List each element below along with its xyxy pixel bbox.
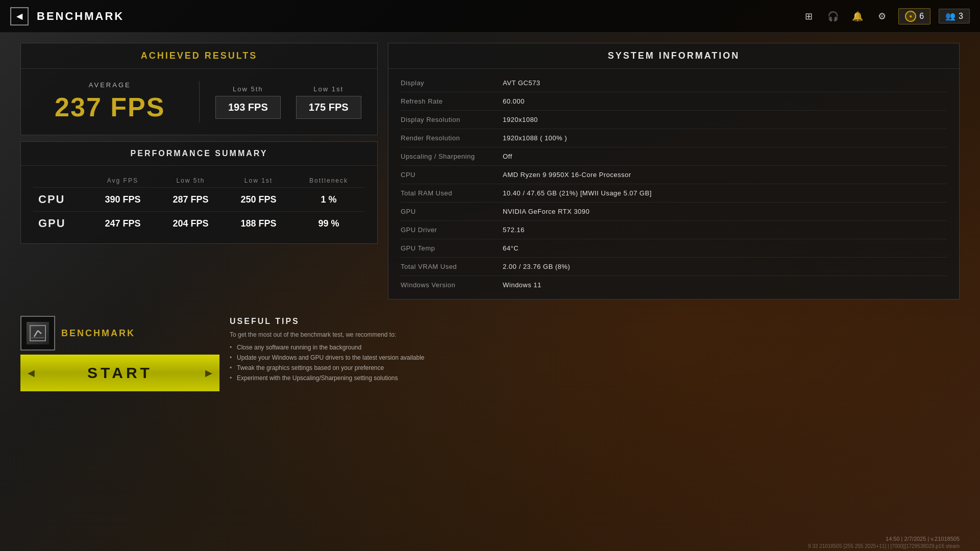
- perf-title: PERFORMANCE SUMMARY: [131, 149, 268, 158]
- perf-row-low5: 204 FPS: [157, 212, 225, 236]
- sysinfo-row: CPU AMD Ryzen 9 9950X 16-Core Processor: [401, 166, 947, 184]
- sysinfo-key: Display: [401, 79, 503, 87]
- sysinfo-row: GPU Driver 572.16: [401, 221, 947, 239]
- settings-icon[interactable]: ⚙: [874, 8, 890, 24]
- sysinfo-row: Upscaling / Sharpening Off: [401, 147, 947, 166]
- topbar: ◀ BENCHMARK ⊞ 🎧 🔔 ⚙ ● 6 👥 3: [0, 0, 980, 33]
- performance-summary-card: PERFORMANCE SUMMARY Avg FPS Low 5th Low …: [20, 141, 378, 244]
- coin-badge[interactable]: ● 6: [898, 8, 930, 24]
- sysinfo-value: AVT GC573: [503, 79, 540, 87]
- sysinfo-value: 980x551: [503, 116, 538, 123]
- perf-row-low1: 188 FPS: [225, 212, 292, 236]
- topbar-icons: ⊞ 🎧 🔔 ⚙ ● 6 👥 3: [800, 8, 970, 24]
- perf-col-low1: Low 1st: [225, 174, 292, 188]
- sysinfo-key: Render Resolution: [401, 134, 503, 142]
- perf-row-low1: 250 FPS: [225, 188, 292, 212]
- results-stats: Low 5th 193 FPS Low 1st 175 FPS: [210, 85, 368, 119]
- perf-row-bottleneck: 99 %: [292, 212, 365, 236]
- low1-label: Low 1st: [296, 85, 361, 93]
- perf-col-bottleneck: Bottleneck: [292, 174, 365, 188]
- sysinfo-value: 2.00 / 23.76 GB (8%): [503, 263, 570, 270]
- sysinfo-row: Refresh Rate 60.000: [401, 92, 947, 111]
- perf-row-bottleneck: 1 %: [292, 188, 365, 212]
- coin-icon: ●: [905, 11, 916, 22]
- benchmark-label-row: BENCHMARK: [20, 312, 219, 355]
- sysinfo-value: NVIDIA GeForce RTX 3090: [503, 208, 590, 215]
- back-icon: ◀: [16, 11, 22, 21]
- sysinfo-row: Display AVT GC573: [401, 74, 947, 92]
- sysinfo-key: Total VRAM Used: [401, 263, 503, 270]
- tips-list: Close any software running in the backgr…: [230, 342, 960, 383]
- benchmark-label: BENCHMARK: [61, 328, 135, 339]
- perf-row-low5: 287 FPS: [157, 188, 225, 212]
- average-label: AVERAGE: [31, 81, 189, 89]
- sysinfo-value: 10.40 / 47.65 GB (21%) [MWII Usage 5.07 …: [503, 189, 652, 197]
- sysinfo-row: GPU NVIDIA GeForce RTX 3090: [401, 203, 947, 221]
- low1-stat: Low 1st 175 FPS: [296, 85, 361, 119]
- system-information-card: SYSTEM INFORMATION Display AVT GC573 Ref…: [388, 43, 960, 299]
- perf-col-label: [33, 174, 89, 188]
- sysinfo-value: 572.16: [503, 226, 525, 234]
- sysinfo-key: Refresh Rate: [401, 97, 503, 105]
- sysinfo-key: Display Resolution: [401, 116, 503, 123]
- sysinfo-key: GPU Temp: [401, 244, 503, 252]
- low5-value: 193 FPS: [215, 96, 281, 119]
- perf-col-low5: Low 5th: [157, 174, 225, 188]
- perf-col-avg: Avg FPS: [89, 174, 157, 188]
- perf-row-avg: 390 FPS: [89, 188, 157, 212]
- footer-debug: 9 33 21018505 [255 255 2025+11] | [7000]…: [808, 543, 960, 549]
- start-button[interactable]: ◀ START ▶: [20, 355, 219, 391]
- benchmark-icon: [27, 322, 49, 344]
- sysinfo-row: Total VRAM Used 2.00 / 23.76 GB (8%): [401, 258, 947, 276]
- page-title: BENCHMARK: [37, 10, 124, 23]
- results-average: AVERAGE 237 FPS: [31, 81, 200, 122]
- tips-section: USEFUL TIPS To get the most out of the b…: [230, 312, 960, 388]
- sysinfo-title: SYSTEM INFORMATION: [608, 51, 740, 61]
- players-badge[interactable]: 👥 3: [939, 9, 970, 23]
- results-title: ACHIEVED RESULTS: [141, 51, 258, 61]
- sysinfo-row: Render Resolution 1920x1088 ( 100% ): [401, 129, 947, 147]
- footer-timestamp: 14:50 | 2/7/2025 | v.21018505: [886, 536, 960, 542]
- low5-label: Low 5th: [215, 85, 281, 93]
- back-button[interactable]: ◀: [10, 7, 29, 26]
- tip-item: Tweak the graphics settings based on you…: [230, 363, 960, 373]
- headset-icon[interactable]: 🎧: [825, 8, 841, 24]
- sysinfo-value: AMD Ryzen 9 9950X 16-Core Processor: [503, 171, 631, 179]
- sysinfo-key: GPU: [401, 208, 503, 215]
- results-body: AVERAGE 237 FPS Low 5th 193 FPS Low 1st …: [21, 69, 377, 135]
- sysinfo-key: Total RAM Used: [401, 189, 503, 197]
- players-count: 3: [959, 12, 963, 21]
- sysinfo-key: Windows Version: [401, 281, 503, 289]
- main-content: ACHIEVED RESULTS AVERAGE 237 FPS Low 5th…: [0, 33, 980, 310]
- sysinfo-value: Off: [503, 153, 512, 160]
- perf-row-avg: 247 FPS: [89, 212, 157, 236]
- sysinfo-header: SYSTEM INFORMATION: [388, 43, 959, 69]
- perf-row-gpu: GPU 247 FPS 204 FPS 188 FPS 99 %: [33, 212, 365, 236]
- perf-row-label: CPU: [33, 188, 89, 212]
- sysinfo-value: Windows 11: [503, 281, 542, 289]
- start-arrow-right: ▶: [205, 367, 212, 379]
- perf-row-cpu: CPU 390 FPS 287 FPS 250 FPS 1 %: [33, 188, 365, 212]
- average-value: 237 FPS: [31, 92, 189, 122]
- low5-stat: Low 5th 193 FPS: [215, 85, 281, 119]
- perf-body: Avg FPS Low 5th Low 1st Bottleneck CPU 3…: [21, 166, 377, 243]
- tips-intro: To get the most out of the benchmark tes…: [230, 331, 960, 338]
- grid-icon[interactable]: ⊞: [800, 8, 817, 24]
- bottom-area: BENCHMARK ◀ START ▶ USEFUL TIPS To get t…: [0, 312, 980, 391]
- sysinfo-body: Display AVT GC573 Refresh Rate 60.000 Di…: [388, 69, 959, 299]
- sysinfo-key: Upscaling / Sharpening: [401, 153, 503, 160]
- tip-item: Update your Windows and GPU drivers to t…: [230, 353, 960, 363]
- benchmark-section: BENCHMARK ◀ START ▶: [20, 312, 219, 391]
- bell-icon[interactable]: 🔔: [849, 8, 866, 24]
- sysinfo-key: CPU: [401, 171, 503, 179]
- sysinfo-row: Display Resolution 980x551: [401, 111, 947, 129]
- perf-table: Avg FPS Low 5th Low 1st Bottleneck CPU 3…: [33, 174, 365, 235]
- left-panel: ACHIEVED RESULTS AVERAGE 237 FPS Low 5th…: [20, 43, 378, 299]
- tips-title: USEFUL TIPS: [230, 317, 960, 326]
- coin-count: 6: [919, 12, 924, 21]
- sysinfo-row: GPU Temp 64°C: [401, 239, 947, 258]
- perf-header: PERFORMANCE SUMMARY: [21, 142, 377, 166]
- benchmark-icon-box: [20, 316, 55, 350]
- start-arrow-left: ◀: [28, 367, 35, 379]
- sysinfo-row: Windows Version Windows 11: [401, 276, 947, 294]
